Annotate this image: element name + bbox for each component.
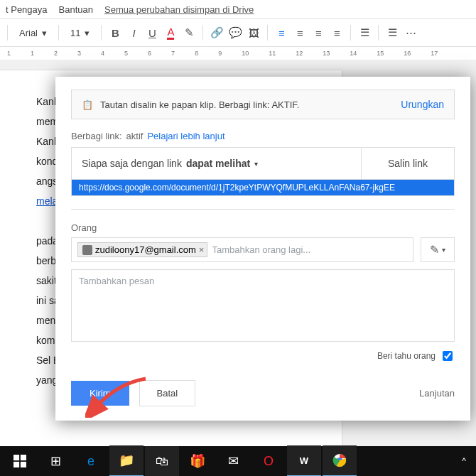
save-status: Semua perubahan disimpan di Drive — [104, 4, 254, 15]
file-explorer-icon[interactable]: 📁 — [109, 445, 144, 476]
svg-rect-2 — [13, 462, 19, 467]
edge-icon[interactable]: e — [74, 446, 108, 476]
svg-rect-0 — [13, 455, 19, 460]
font-family-select[interactable]: Arial ▾ — [13, 26, 53, 40]
permission-picker[interactable]: ✎ ▾ — [421, 237, 455, 262]
share-state: aktif — [126, 131, 144, 141]
chrome-icon[interactable] — [323, 445, 357, 476]
permission-level: dapat melihat — [186, 158, 250, 169]
italic-icon[interactable]: I — [126, 25, 141, 40]
align-center-icon[interactable]: ≡ — [292, 25, 308, 40]
cancel-button[interactable]: Batal — [139, 380, 196, 406]
store-icon[interactable]: 🛍 — [145, 446, 179, 476]
snackbar-message: Tautan disalin ke papan klip. Berbagi li… — [100, 99, 299, 110]
font-family-value: Arial — [19, 28, 38, 38]
bold-icon[interactable]: B — [107, 25, 123, 40]
chevron-down-icon: ▾ — [85, 28, 90, 38]
copy-link-button[interactable]: Salin link — [361, 148, 454, 179]
ruler: 1 1 2 3 4 5 6 7 8 9 10 11 12 13 14 15 16… — [0, 47, 476, 60]
share-status-row: Berbagi link: aktif Pelajari lebih lanju… — [71, 131, 455, 141]
svg-rect-1 — [21, 455, 26, 460]
people-section-label: Orang — [71, 222, 455, 233]
highlight-icon[interactable]: ✎ — [181, 25, 197, 40]
windows-taskbar: ⊞ e 📁 🛍 🎁 ✉ O W ^ — [0, 446, 476, 476]
chip-email: zudiloony17@gmail.com — [95, 244, 196, 255]
pencil-icon: ✎ — [430, 243, 439, 256]
permission-box: Siapa saja dengan link dapat melihat ▾ S… — [71, 147, 455, 180]
separator — [101, 25, 102, 40]
font-size-value: 11 — [70, 28, 80, 38]
share-label: Berbagi link: — [71, 131, 122, 141]
opera-icon[interactable]: O — [251, 446, 286, 476]
chevron-down-icon: ▾ — [42, 28, 47, 38]
comment-icon[interactable]: 💬 — [227, 25, 243, 40]
separator — [267, 25, 268, 40]
chevron-down-icon: ▾ — [442, 246, 445, 254]
share-url-field[interactable]: https://docs.google.com/document/d/1jT2k… — [71, 180, 455, 196]
send-button[interactable]: Kirim — [71, 381, 129, 406]
menu-bar: t Pengaya Bantuan Semua perubahan disimp… — [0, 0, 476, 19]
divider — [71, 209, 455, 210]
text-color-icon[interactable]: A — [163, 25, 178, 40]
more-icon[interactable]: ⋯ — [403, 25, 418, 40]
menu-cut[interactable]: t Pengaya — [6, 4, 48, 15]
message-placeholder: Tambahkan pesan — [79, 276, 154, 286]
align-left-icon[interactable]: ≡ — [274, 25, 289, 40]
people-input[interactable]: zudiloony17@gmail.com × Tambahkan orang … — [71, 237, 413, 262]
link-icon[interactable]: 🔗 — [209, 25, 225, 40]
image-icon[interactable]: 🖼 — [246, 25, 261, 40]
advanced-link[interactable]: Lanjutan — [419, 388, 455, 399]
people-placeholder: Tambahkan orang lagi... — [212, 244, 310, 255]
system-tray[interactable]: ^ — [462, 456, 473, 466]
permission-prefix: Siapa saja dengan link — [82, 158, 182, 169]
person-chip: zudiloony17@gmail.com × — [77, 242, 207, 257]
separator — [378, 25, 379, 40]
snackbar: 📋 Tautan disalin ke papan klip. Berbagi … — [71, 90, 455, 119]
message-textarea[interactable]: Tambahkan pesan — [71, 269, 455, 342]
avatar-icon — [82, 245, 92, 255]
font-size-select[interactable]: 11 ▾ — [65, 26, 95, 40]
tray-expand-icon[interactable]: ^ — [462, 456, 466, 466]
task-view-icon[interactable]: ⊞ — [38, 446, 72, 476]
notify-row: Beri tahu orang — [71, 349, 455, 363]
menu-help[interactable]: Bantuan — [59, 4, 93, 15]
underline-icon[interactable]: U — [144, 25, 160, 40]
permission-dropdown[interactable]: Siapa saja dengan link dapat melihat ▾ — [72, 148, 361, 179]
gift-icon[interactable]: 🎁 — [180, 446, 215, 476]
numbered-list-icon[interactable]: ☰ — [384, 25, 400, 40]
share-dialog: 📋 Tautan disalin ke papan klip. Berbagi … — [55, 77, 470, 421]
word-icon[interactable]: W — [287, 445, 321, 476]
chevron-down-icon: ▾ — [254, 160, 258, 168]
notify-label: Beri tahu orang — [377, 351, 436, 361]
formatting-toolbar: Arial ▾ 11 ▾ B I U A ✎ 🔗 💬 🖼 ≡ ≡ ≡ ≡ ☰ ☰… — [0, 19, 476, 47]
clipboard-icon: 📋 — [82, 99, 93, 110]
learn-more-link[interactable]: Pelajari lebih lanjut — [147, 131, 225, 141]
separator — [202, 25, 203, 40]
align-justify-icon[interactable]: ≡ — [329, 25, 345, 40]
align-right-icon[interactable]: ≡ — [310, 25, 326, 40]
start-button[interactable] — [3, 446, 37, 476]
remove-chip-icon[interactable]: × — [199, 244, 205, 255]
svg-rect-3 — [21, 462, 26, 467]
undo-link[interactable]: Urungkan — [401, 99, 444, 110]
mail-icon[interactable]: ✉ — [216, 446, 250, 476]
separator — [58, 25, 59, 40]
line-spacing-icon[interactable]: ☰ — [357, 25, 372, 40]
separator — [7, 25, 8, 40]
separator — [350, 25, 351, 40]
notify-checkbox[interactable] — [443, 351, 453, 361]
